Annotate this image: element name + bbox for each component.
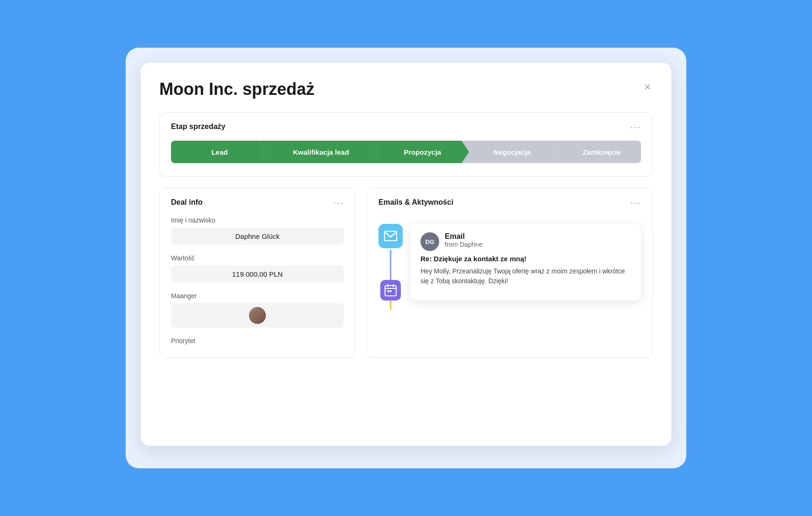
pipeline-title: Etap sprzedaży [171,122,225,131]
avatar-image [249,307,266,324]
emails-card: Emails & Aktywności ··· [367,188,653,358]
calendar-icon [385,284,397,296]
emails-header: Emails & Aktywności ··· [378,198,641,207]
close-button[interactable]: × [642,79,653,94]
dg-avatar: DG [420,232,439,251]
deal-info-more-button[interactable]: ··· [333,198,344,207]
timeline-container: DG Email from Daphne Re: Dziękuje za kon… [378,216,641,301]
manager-avatar [249,307,266,324]
email-from: from Daphne [445,241,631,248]
email-card-header: DG Email from Daphne [420,232,631,251]
email-icon [384,231,397,241]
svg-rect-4 [390,290,392,292]
pipeline-card-header: Etap sprzedaży ··· [171,122,641,131]
calendar-icon-box [380,280,401,301]
modal-title: Moon Inc. sprzedaż [159,79,314,99]
pipeline-step-lead[interactable]: Lead [171,141,259,163]
email-items: DG Email from Daphne Re: Dziękuje za kon… [410,224,641,301]
modal: Moon Inc. sprzedaż × Etap sprzedaży ··· … [141,63,671,446]
manager-label: Maanger [171,292,344,300]
pipeline-step-propozycja[interactable]: Propozycja [372,141,462,163]
deal-info-card: Deal info ··· Imię i nazwisko Daphne Glü… [159,188,356,358]
deal-info-header: Deal info ··· [171,198,344,207]
pipeline-steps: Lead Kwalifikacja lead Propozycja Negocj… [171,141,641,163]
name-value: Daphne Glück [171,228,344,245]
bottom-panels: Deal info ··· Imię i nazwisko Daphne Glü… [159,188,653,358]
name-label: Imię i nazwisko [171,216,344,224]
email-body: Hey Molly, Przeanalizuję Twoją ofertę wr… [420,266,631,286]
pipeline-step-negocjacja[interactable]: Negocjacja [462,141,551,163]
priority-label: Priorytet [171,337,344,344]
emails-more-button[interactable]: ··· [630,198,641,207]
value-label: Wartość [171,254,344,262]
deal-info-title: Deal info [171,198,203,207]
emails-title: Emails & Aktywności [378,198,453,207]
pipeline-step-zamkniecie[interactable]: Zamknięcie [551,141,641,163]
value-value: 119 000,00 PLN [171,265,344,283]
pipeline-step-kwalifikacja[interactable]: Kwalifikacja lead [259,141,372,163]
email-subject: Re: Dziękuje za kontakt ze mną! [420,255,631,263]
email-type: Email [445,232,631,241]
pipeline-more-button[interactable]: ··· [630,122,641,131]
modal-header: Moon Inc. sprzedaż × [159,79,653,99]
email-icon-box [378,224,403,248]
modal-wrapper: Moon Inc. sprzedaż × Etap sprzedaży ··· … [126,48,686,468]
pipeline-card: Etap sprzedaży ··· Lead Kwalifikacja lea… [159,112,653,177]
email-meta: Email from Daphne [445,232,631,248]
timeline-icons [378,224,403,301]
manager-value [171,303,344,328]
email-card-item[interactable]: DG Email from Daphne Re: Dziękuje za kon… [410,224,641,301]
svg-rect-3 [387,290,389,292]
